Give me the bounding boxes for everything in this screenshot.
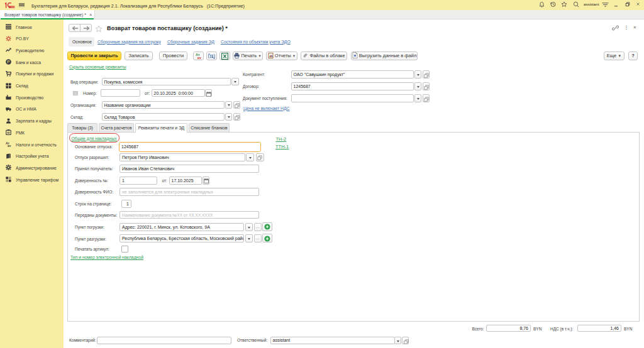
svg-text:assistant: assistant (584, 2, 599, 6)
svg-text:ку: ку (8, 144, 11, 147)
svg-text:P: P (7, 60, 9, 64)
svg-text:ку: ку (197, 56, 202, 59)
